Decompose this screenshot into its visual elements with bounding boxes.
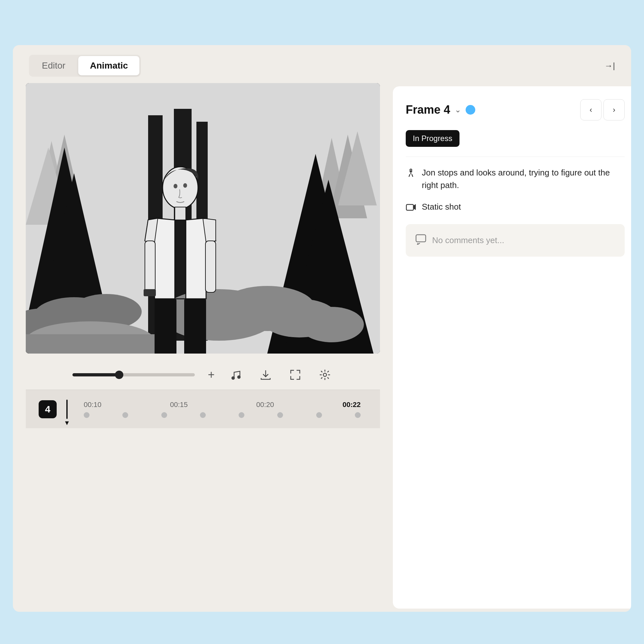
- chevron-down-icon[interactable]: ⌄: [455, 105, 461, 114]
- marker-1: 00:10: [84, 401, 101, 409]
- add-button[interactable]: +: [208, 368, 214, 382]
- header-right: →|: [604, 61, 615, 71]
- shot-type-text: Static shot: [422, 201, 461, 213]
- app-container: Editor Animatic →|: [13, 45, 631, 612]
- frame-title: Frame 4: [406, 103, 450, 117]
- timeline-dots: [77, 412, 367, 418]
- dot-1: [84, 412, 90, 418]
- svg-rect-38: [416, 235, 426, 242]
- dot-7: [316, 412, 322, 418]
- music-icon[interactable]: [228, 366, 244, 383]
- status-dot[interactable]: [466, 105, 475, 115]
- timeline-track: 00:10 00:15 00:20 00:22: [77, 401, 367, 418]
- description-row: Jon stops and looks around, trying to fi…: [406, 166, 625, 192]
- svg-rect-24: [175, 207, 186, 220]
- dot-2: [122, 412, 128, 418]
- marker-2: 00:15: [170, 401, 188, 409]
- description-text: Jon stops and looks around, trying to fi…: [422, 166, 625, 192]
- tab-group: Editor Animatic: [29, 55, 141, 77]
- prev-frame-button[interactable]: ‹: [580, 99, 601, 120]
- nav-buttons: ‹ ›: [580, 99, 625, 120]
- progress-handle[interactable]: [115, 371, 123, 379]
- svg-rect-26: [184, 299, 206, 354]
- canvas-area: [26, 83, 380, 354]
- right-panel: Frame 4 ⌄ ‹ › In Progress: [393, 86, 631, 609]
- svg-rect-27: [145, 241, 155, 292]
- svg-rect-25: [155, 299, 176, 354]
- timeline-badge: 4: [39, 400, 57, 418]
- svg-rect-29: [144, 289, 156, 296]
- progress-fill: [72, 373, 121, 376]
- bottom-toolbar: +: [26, 354, 380, 390]
- panel-header: Frame 4 ⌄ ‹ ›: [406, 99, 625, 120]
- svg-point-34: [323, 373, 327, 376]
- timeline-markers: 00:10 00:15 00:20 00:22: [77, 401, 367, 409]
- progress-track[interactable]: [72, 373, 195, 376]
- marker-current: 00:22: [343, 401, 361, 409]
- tab-animatic[interactable]: Animatic: [78, 56, 139, 75]
- frame-title-group: Frame 4 ⌄: [406, 103, 475, 117]
- dot-6: [277, 412, 283, 418]
- settings-icon[interactable]: [317, 366, 333, 383]
- svg-marker-37: [413, 205, 415, 209]
- comments-section: No comments yet...: [406, 224, 625, 257]
- dot-8: [355, 412, 361, 418]
- svg-point-32: [232, 377, 234, 379]
- dot-3: [161, 412, 167, 418]
- camera-icon: [406, 202, 416, 214]
- svg-point-30: [174, 184, 177, 188]
- comment-placeholder-text: No comments yet...: [432, 235, 504, 245]
- timeline-cursor: [66, 400, 68, 419]
- progress-bar-container[interactable]: [72, 373, 195, 376]
- next-frame-button[interactable]: ›: [603, 99, 625, 120]
- svg-point-17: [299, 307, 364, 342]
- expand-icon[interactable]: [287, 366, 304, 383]
- svg-rect-22: [26, 334, 155, 354]
- dot-4: [200, 412, 206, 418]
- dot-5: [239, 412, 244, 418]
- content-section: Jon stops and looks around, trying to fi…: [406, 156, 625, 214]
- tab-editor[interactable]: Editor: [30, 56, 77, 75]
- svg-point-31: [183, 183, 187, 188]
- comment-icon: [415, 234, 426, 247]
- marker-3: 00:20: [256, 401, 274, 409]
- download-icon[interactable]: [257, 366, 274, 383]
- shot-type-row: Static shot: [406, 201, 625, 214]
- svg-rect-28: [205, 241, 216, 292]
- timeline: 4 00:10 00:15 00:20 00:22: [26, 390, 380, 428]
- left-panel: +: [13, 83, 393, 612]
- status-tooltip: In Progress: [406, 130, 459, 147]
- action-icon: [406, 168, 416, 180]
- header: Editor Animatic →|: [13, 45, 631, 83]
- svg-point-33: [238, 376, 240, 378]
- collapse-icon[interactable]: →|: [604, 61, 615, 71]
- svg-rect-36: [406, 204, 413, 210]
- main-layout: +: [13, 83, 631, 612]
